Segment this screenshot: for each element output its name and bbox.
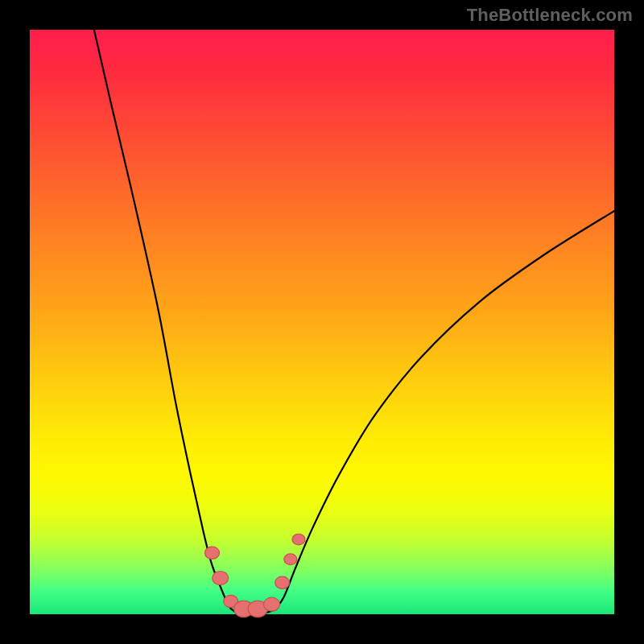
left-axis-strip <box>0 30 30 614</box>
plot-area <box>30 30 614 614</box>
markers-group <box>205 534 305 617</box>
watermark-text: TheBottleneck.com <box>467 5 633 26</box>
data-marker <box>292 534 305 545</box>
data-marker <box>264 597 280 611</box>
data-marker <box>275 576 290 588</box>
data-marker <box>213 571 229 584</box>
curve-left-branch <box>94 30 234 611</box>
data-marker <box>205 547 220 559</box>
bottom-axis-strip <box>30 614 614 644</box>
chart-svg <box>30 30 614 614</box>
curve-right-branch <box>275 211 614 609</box>
chart-frame: TheBottleneck.com <box>0 0 644 644</box>
data-marker <box>284 554 297 565</box>
